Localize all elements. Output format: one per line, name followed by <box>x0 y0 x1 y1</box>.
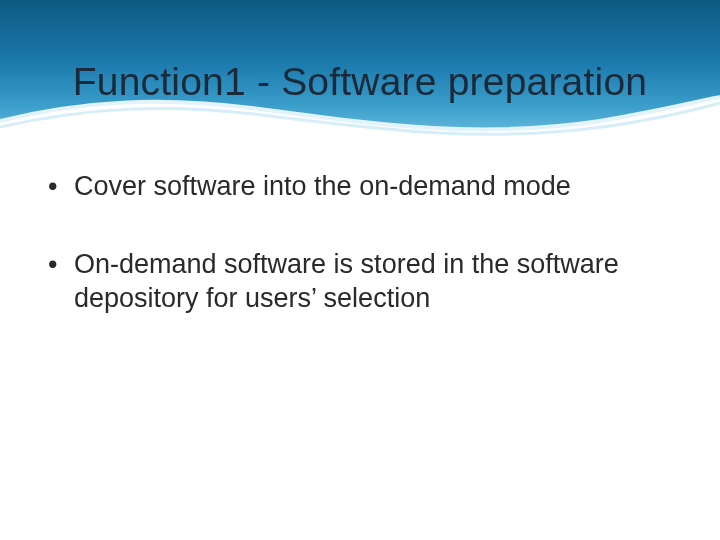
slide-body: Cover software into the on-demand mode O… <box>48 170 660 359</box>
list-item: On-demand software is stored in the soft… <box>48 248 660 316</box>
bullet-text: On-demand software is stored in the soft… <box>74 249 619 313</box>
slide: Function1 - Software preparation Cover s… <box>0 0 720 540</box>
list-item: Cover software into the on-demand mode <box>48 170 660 204</box>
wave-decoration <box>0 91 720 141</box>
header-banner: Function1 - Software preparation <box>0 0 720 140</box>
bullet-list: Cover software into the on-demand mode O… <box>48 170 660 315</box>
bullet-text: Cover software into the on-demand mode <box>74 171 571 201</box>
